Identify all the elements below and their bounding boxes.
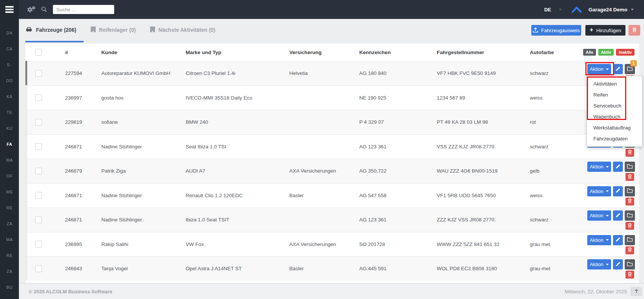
table-row: 236995 Rakip Salihi VW Fox AXA Versicher…: [25, 232, 639, 257]
cell-id: 246871: [65, 208, 101, 232]
row-aktion-dropdown-button[interactable]: Aktion: [587, 64, 611, 74]
hamburger-menu-icon[interactable]: [5, 6, 14, 13]
sidebar-item-za-12[interactable]: ZA: [0, 216, 19, 232]
cell-marke-und-typ: VW Fox: [186, 232, 289, 257]
bulk-delete-button[interactable]: [628, 25, 640, 36]
row-documents-button[interactable]: [625, 259, 635, 269]
row-documents-button[interactable]: [625, 162, 635, 172]
sidebar-item-re-11[interactable]: RE: [0, 200, 19, 216]
row-edit-button[interactable]: [613, 162, 623, 172]
row-aktion-dropdown-button[interactable]: Aktion: [587, 235, 611, 245]
sidebar-item-re-14[interactable]: RE: [0, 248, 19, 263]
dropdown-item-fahrzeugdaten[interactable]: Fahrzeugdaten: [587, 133, 642, 144]
vehicles-table: # Kunde Marke und Typ Versicherung Kennz…: [25, 44, 639, 283]
row-delete-button[interactable]: [625, 173, 634, 181]
row-checkbox[interactable]: [35, 94, 42, 101]
fahrzeugausweis-button[interactable]: Fahrzeugausweis: [531, 25, 581, 36]
row-checkbox[interactable]: [35, 241, 42, 248]
scrollbar-thumb[interactable]: [25, 61, 27, 85]
pencil-icon: [616, 237, 621, 243]
search-input[interactable]: [53, 5, 114, 14]
cell-autofarbe: schwarz: [530, 135, 587, 159]
building-icon: [91, 26, 96, 33]
hinzufuegen-button[interactable]: + Hinzufügen: [585, 25, 625, 36]
chevron-down-icon[interactable]: [631, 9, 634, 11]
dropdown-item-servicebuch[interactable]: Servicebuch: [587, 100, 642, 111]
row-checkbox[interactable]: [35, 216, 42, 223]
cell-fahrgestellnummer: VSS ZZZ KJZ JR08 2770.: [437, 135, 530, 159]
sidebar-item-ma-13[interactable]: MA: [0, 232, 19, 248]
search-icon[interactable]: [41, 6, 47, 14]
row-checkbox[interactable]: [35, 168, 42, 174]
row-aktion-dropdown-button[interactable]: Aktion: [587, 186, 611, 196]
row-aktion-dropdown-button[interactable]: Aktion: [587, 210, 611, 221]
tab-fahrzeuge[interactable]: Fahrzeuge (206): [25, 19, 84, 42]
dropdown-item-reifen[interactable]: Reifen: [587, 89, 642, 100]
row-documents-button[interactable]: [625, 186, 635, 196]
cell-id: 229819: [65, 110, 101, 134]
sidebar-item-of-9[interactable]: OF: [0, 168, 19, 184]
dropdown-item-aktivitaten[interactable]: Aktivitäten: [587, 78, 642, 89]
filter-inaktiv[interactable]: Inaktiv: [616, 49, 635, 56]
row-edit-button[interactable]: [613, 235, 623, 245]
row-checkbox[interactable]: [35, 70, 42, 77]
row-documents-button[interactable]: [625, 210, 635, 221]
gears-icon[interactable]: [26, 6, 36, 15]
cell-kunde: Autoreparatur KUMOVI GmbH: [101, 61, 186, 86]
sidebar-item-bu-16[interactable]: BU: [0, 279, 19, 295]
row-edit-button[interactable]: [613, 64, 623, 74]
cell-actions: Aktion: [587, 184, 639, 208]
pencil-icon: [616, 262, 621, 268]
trash-icon: [628, 223, 632, 229]
pencil-icon: [616, 66, 621, 72]
dropdown-item-werkstattauftrag[interactable]: Werkstattauftrag: [587, 122, 642, 133]
row-checkbox[interactable]: [35, 265, 42, 272]
cell-fahrgestellnummer: PT 49 KA 28 03 LM 98: [437, 110, 530, 134]
sidebar-item-da-0[interactable]: DA: [0, 25, 19, 41]
account-menu[interactable]: Garage24 Demo: [588, 7, 627, 12]
cell-kunde: gosta hos: [101, 86, 186, 110]
row-delete-button[interactable]: [625, 246, 634, 254]
tab-naechste-aktivitaeten[interactable]: Nächste Aktivitäten (0): [143, 19, 222, 42]
row-documents-button[interactable]: 1: [625, 64, 635, 74]
row-delete-button[interactable]: [625, 222, 634, 230]
tab-label: Reifenlager (0): [99, 27, 136, 33]
row-aktion-dropdown-button[interactable]: Aktion: [587, 259, 611, 269]
cell-marke-und-typ: BMW 240: [186, 110, 289, 134]
row-delete-button[interactable]: [625, 198, 634, 206]
sidebar-item-ka-4[interactable]: KA: [0, 89, 19, 104]
table-row: 246843 Tanja Vogel Opel Astra J A14NET S…: [25, 256, 639, 281]
sidebar-item-fa-7[interactable]: FA: [0, 136, 19, 152]
scroll-to-top-button[interactable]: [631, 287, 642, 296]
sidebar-item-e--2[interactable]: E-: [0, 57, 19, 73]
sidebar-item-ca-1[interactable]: CA: [0, 41, 19, 57]
sidebar-item-za-15[interactable]: ZA: [0, 263, 19, 279]
sidebar-item-wa-8[interactable]: WA: [0, 152, 19, 168]
row-checkbox[interactable]: [35, 143, 42, 150]
row-delete-button[interactable]: [625, 149, 634, 157]
tab-reifenlager[interactable]: Reifenlager (0): [84, 19, 143, 42]
cell-marke-und-typ: Opel Astra J A14NET ST: [186, 257, 289, 281]
row-edit-button[interactable]: [613, 210, 623, 221]
row-aktion-dropdown-button[interactable]: Aktion: [587, 162, 611, 172]
filter-alle[interactable]: Alle: [583, 49, 596, 56]
topbar: DE Garage24 Demo: [19, 0, 644, 19]
row-edit-button[interactable]: [613, 259, 623, 269]
sidebar-item-do-3[interactable]: DO: [0, 73, 19, 89]
tab-label: Fahrzeuge (206): [36, 27, 76, 33]
language-switch[interactable]: DE: [544, 7, 551, 12]
row-delete-button[interactable]: [625, 271, 634, 279]
dropdown-item-wagenbuch[interactable]: Wagenbuch: [587, 111, 642, 122]
row-checkbox[interactable]: [35, 119, 42, 126]
sidebar-item-we-10[interactable]: WE: [0, 184, 19, 200]
row-edit-button[interactable]: [613, 186, 623, 196]
sidebar-item-ku-6[interactable]: KU: [0, 120, 19, 136]
row-checkbox[interactable]: [35, 192, 42, 199]
select-all-checkbox[interactable]: [35, 49, 42, 56]
sidebar-item-te-5[interactable]: TE: [0, 104, 19, 120]
trash-icon: [628, 198, 632, 204]
row-documents-button[interactable]: [625, 235, 635, 245]
filter-aktiv[interactable]: Aktiv: [598, 49, 614, 56]
sidebar: DACAE-DOKATEKUFAWAOFWEREZAMAREZABU: [0, 0, 19, 299]
cell-versicherung: AXA Versicherungen: [289, 159, 359, 183]
